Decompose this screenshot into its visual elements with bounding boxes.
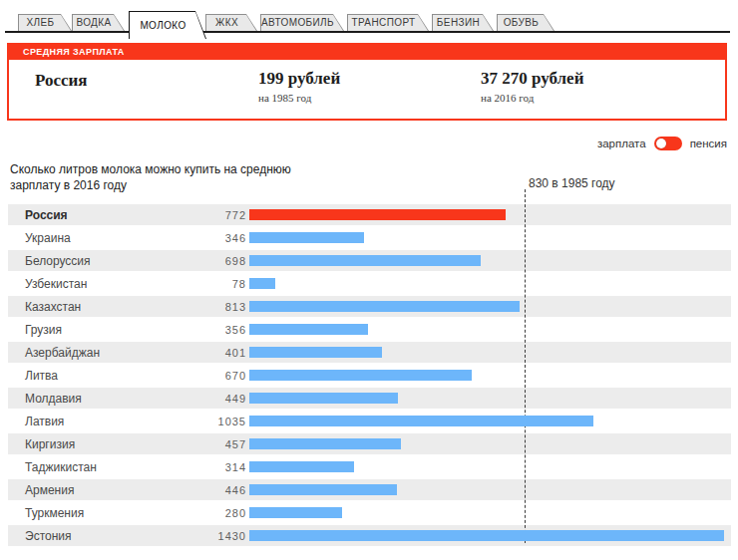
bar (249, 370, 472, 381)
salary-1985-value: 199 рублей (258, 69, 340, 89)
bar-area (249, 433, 731, 454)
bar-area (249, 411, 731, 431)
country-label: Латвия (8, 415, 178, 428)
tab-обувь[interactable]: ОБУВЬ (497, 14, 554, 31)
country-label: Киргизия (8, 437, 178, 451)
table-row: Армения 446 (8, 479, 731, 500)
bar (249, 232, 364, 243)
table-row: Белоруссия 698 (8, 250, 731, 271)
bar (249, 461, 354, 472)
table-row: Киргизия 457 (8, 433, 731, 454)
bar (249, 278, 275, 289)
country-label: Таджикистан (8, 460, 178, 474)
table-row: Молдавия 449 (8, 388, 731, 409)
liters-value: 670 (178, 370, 246, 382)
tab-автомобиль[interactable]: АВТОМОБИЛЬ (260, 14, 344, 31)
table-row: Грузия 356 (8, 319, 731, 340)
bar-area (249, 365, 731, 386)
liters-value: 457 (178, 438, 246, 450)
table-row: Украина 346 (8, 227, 731, 248)
country-label: Туркмения (8, 506, 178, 520)
country-label: Узбекистан (8, 277, 178, 291)
tab-label: ТРАНСПОРТ (347, 14, 429, 31)
country-label: Молдавия (8, 392, 178, 406)
tab-молоко[interactable]: МОЛОКО (129, 11, 206, 39)
bar (249, 530, 724, 541)
liters-value: 446 (178, 484, 246, 496)
salary-card-header: СРЕДНЯЯ ЗАРПЛАТА (9, 45, 725, 60)
table-row: Латвия 1035 (8, 411, 731, 431)
tab-жкх[interactable]: ЖКХ (205, 14, 257, 31)
tabs-baseline (5, 31, 730, 33)
table-row: Таджикистан 314 (8, 456, 731, 477)
reference-line-label: 830 в 1985 году (529, 176, 615, 190)
chart-rows: Россия 772 Украина 346 Белоруссия 698 Уз… (8, 204, 731, 548)
liters-value: 78 (178, 278, 246, 290)
country-label: Россия (8, 208, 178, 222)
tab-label: ЖКХ (205, 14, 257, 31)
liters-value: 772 (178, 209, 246, 221)
bar (249, 324, 368, 335)
tab-транспорт[interactable]: ТРАНСПОРТ (347, 14, 429, 31)
bar (249, 347, 382, 358)
table-row: Туркмения 280 (8, 502, 731, 523)
liters-value: 813 (178, 301, 246, 313)
country-label: Казахстан (8, 300, 178, 314)
bar (249, 255, 481, 266)
country-label: Грузия (8, 323, 178, 337)
bar (249, 438, 401, 449)
bar-area (249, 273, 731, 294)
infographic-page: { "tabs": { "items": [ { "label": "ХЛЕБ"… (0, 0, 738, 560)
bar-area (249, 250, 731, 271)
toggle-label-pension[interactable]: пенсия (690, 138, 727, 149)
tab-бензин[interactable]: БЕНЗИН (432, 14, 494, 31)
bar-area (249, 319, 731, 340)
milk-bar-chart: Сколько литров молока можно купить на ср… (0, 159, 738, 558)
bar-area (249, 342, 731, 363)
bar (249, 416, 593, 426)
salary-2016-block: 37 270 рублей на 2016 год (481, 69, 583, 104)
chart-title: Сколько литров молока можно купить на ср… (10, 161, 319, 193)
liters-value: 314 (178, 461, 246, 473)
table-row: Казахстан 813 (8, 296, 731, 317)
table-row: Азербайджан 401 (8, 342, 731, 363)
tab-label: БЕНЗИН (432, 14, 494, 31)
country-label: Украина (8, 231, 178, 245)
bar (249, 301, 520, 312)
bar (249, 507, 342, 518)
liters-value: 1430 (178, 530, 246, 542)
salary-1985-caption: на 1985 год (258, 92, 340, 104)
salary-country: Россия (35, 71, 88, 91)
category-tabs: ХЛЕБ ВОДКА МОЛОКО ЖКХ АВТОМОБИЛЬ ТРАНСПО… (0, 0, 738, 42)
salary-pension-toggle[interactable] (654, 137, 682, 150)
liters-value: 356 (178, 324, 246, 336)
country-label: Белоруссия (8, 254, 178, 268)
bar-area (249, 204, 731, 225)
liters-value: 401 (178, 347, 246, 359)
reference-dashed-line (525, 189, 526, 543)
country-label: Азербайджан (8, 346, 178, 360)
table-row: Узбекистан 78 (8, 273, 731, 294)
bar-area (249, 456, 731, 477)
bar-area (249, 502, 731, 523)
salary-2016-caption: на 2016 год (481, 92, 583, 104)
table-row: Эстония 1430 (8, 525, 731, 546)
tab-label: ОБУВЬ (497, 14, 554, 31)
bar-area (249, 479, 731, 500)
table-row: Литва 670 (8, 365, 731, 386)
country-label: Литва (8, 369, 178, 383)
liters-value: 1035 (178, 416, 246, 427)
salary-1985-block: 199 рублей на 1985 год (258, 69, 340, 104)
liters-value: 698 (178, 255, 246, 267)
salary-pension-toggle-row: зарплата пенсия (597, 137, 727, 150)
tab-хлеб[interactable]: ХЛЕБ (18, 14, 72, 31)
country-label: Эстония (8, 529, 178, 543)
tab-label: МОЛОКО (129, 11, 206, 39)
tab-label: ВОДКА (72, 14, 125, 31)
toggle-label-salary[interactable]: зарплата (597, 138, 646, 149)
table-row: Россия 772 (8, 204, 731, 225)
toggle-knob (656, 139, 666, 148)
tab-label: ХЛЕБ (18, 14, 72, 31)
tab-водка[interactable]: ВОДКА (72, 14, 125, 31)
bar (249, 209, 506, 220)
